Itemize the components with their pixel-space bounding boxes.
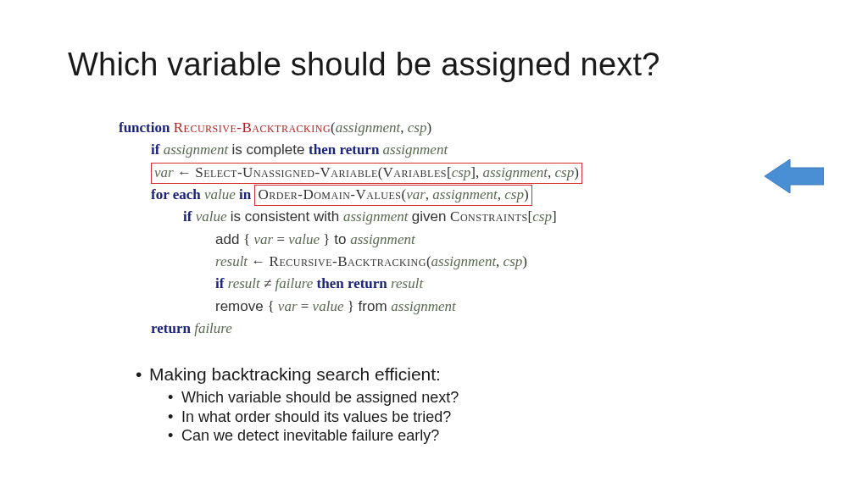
bullet-main-text: Making backtracking search efficient: <box>149 364 441 384</box>
assign-arrow2: ← <box>248 253 270 269</box>
var-result2: result <box>228 275 260 291</box>
algo-line-7: result ← Recursive-Backtracking(assignme… <box>119 251 763 273</box>
brace-l2: { <box>267 298 277 314</box>
var-value2: value <box>196 208 227 225</box>
algo-line-9: remove { var = value } from assignment <box>119 296 763 318</box>
fn-recursive-backtracking2: Recursive-Backtracking <box>270 253 426 269</box>
bullet-sub-2-text: In what order should its values be tried… <box>181 408 451 425</box>
arg-csp: csp <box>408 119 427 136</box>
var-value4: value <box>313 298 344 314</box>
var-assignment5: assignment <box>391 298 456 314</box>
txt-complete: is complete <box>231 141 309 158</box>
kw-in: in <box>239 186 251 202</box>
bullet-sub-3: •Can we detect inevitable failure early? <box>168 426 459 446</box>
txt-consistent: is consistent with <box>231 208 343 225</box>
arg-assignment: assignment <box>336 119 401 136</box>
kw-foreach: for each <box>151 186 201 202</box>
kw-if3: if <box>215 275 224 291</box>
var-csp: csp <box>452 164 471 180</box>
fn-variables: Variables <box>383 164 447 180</box>
var-var3: var <box>278 298 298 314</box>
var-assignment2: assignment <box>482 164 548 180</box>
bullet-sub-2: •In what order should its values be trie… <box>168 408 459 427</box>
bullet-sub-1-text: Which variable should be assigned next? <box>181 389 459 406</box>
algo-line-10: return failure <box>119 318 763 340</box>
brace-r2: } <box>343 298 353 314</box>
bullet-sub-3-text: Can we detect inevitable failure early? <box>181 427 439 444</box>
fn-constraints: Constraints <box>450 208 528 225</box>
bullet-main: •Making backtracking search efficient: <box>136 363 459 385</box>
algo-line-5: if value is consistent with assignment g… <box>119 206 763 228</box>
var-assignment4: assignment <box>350 231 415 247</box>
var-var2: var <box>254 231 274 247</box>
algo-line-6: add { var = value } to assignment <box>119 229 763 251</box>
kw-then-return: then return <box>309 141 379 158</box>
txt-to: to <box>331 231 351 247</box>
arrow-left-icon <box>765 158 824 195</box>
fn-order-domain: Order-Domain-Values <box>258 186 401 202</box>
txt-add: add <box>215 231 243 247</box>
slide: Which variable should be assigned next? … <box>0 0 868 488</box>
ret-result: result <box>391 275 423 291</box>
var-csp3: csp <box>532 208 552 225</box>
fn-select-unassigned: Select-Unassigned-Variable <box>195 164 378 180</box>
var-value: value <box>204 186 236 202</box>
ret-assignment: assignment <box>383 141 448 158</box>
arg-csp: csp <box>504 186 524 202</box>
txt-remove: remove <box>215 298 267 314</box>
algo-line-4: for each value in Order-Domain-Values(va… <box>119 184 763 206</box>
arg-csp2: csp <box>504 253 523 269</box>
pseudocode-block: function Recursive-Backtracking(assignme… <box>119 117 763 340</box>
bullet-list: •Making backtracking search efficient: •… <box>136 363 459 446</box>
svg-marker-0 <box>765 159 824 193</box>
var-csp2: csp <box>554 164 574 180</box>
fn-recursive-backtracking: Recursive-Backtracking <box>174 119 331 136</box>
brace-l: { <box>243 231 253 247</box>
bullet-sub-1: •Which variable should be assigned next? <box>168 388 459 408</box>
brace-r: } <box>320 231 330 247</box>
eq: = <box>273 231 288 247</box>
algo-line-1: function Recursive-Backtracking(assignme… <box>119 117 763 139</box>
var-failure: failure <box>275 275 314 291</box>
kw-if: if <box>151 141 159 158</box>
assign-arrow: ← <box>174 164 196 180</box>
txt-given: given <box>412 208 450 225</box>
eq2: = <box>298 298 313 314</box>
algo-line-3: var ← Select-Unassigned-Variable(Variabl… <box>119 162 763 184</box>
arg-assignment: assignment <box>432 186 498 202</box>
var-var: var <box>154 164 174 180</box>
arg-assignment2: assignment <box>431 253 497 269</box>
kw-if2: if <box>183 208 192 225</box>
page-title: Which variable should be assigned next? <box>68 47 660 83</box>
var-assignment3: assignment <box>343 208 409 225</box>
txt-from: from <box>354 298 391 314</box>
var-result: result <box>215 253 248 269</box>
highlight-box-order: Order-Domain-Values(var, assignment, csp… <box>254 185 531 206</box>
highlight-box-select: var ← Select-Unassigned-Variable(Variabl… <box>151 163 582 184</box>
arg-var: var <box>406 186 426 202</box>
var-failure2: failure <box>194 320 232 336</box>
kw-function: function <box>119 119 170 136</box>
algo-line-8: if result ≠ failure then return result <box>119 273 763 295</box>
algo-line-2: if assignment is complete then return as… <box>119 139 763 161</box>
var-assignment: assignment <box>164 141 229 158</box>
kw-return: return <box>151 320 191 336</box>
var-value3: value <box>288 231 320 247</box>
neq: ≠ <box>260 275 275 291</box>
kw-then-return2: then return <box>317 275 387 291</box>
